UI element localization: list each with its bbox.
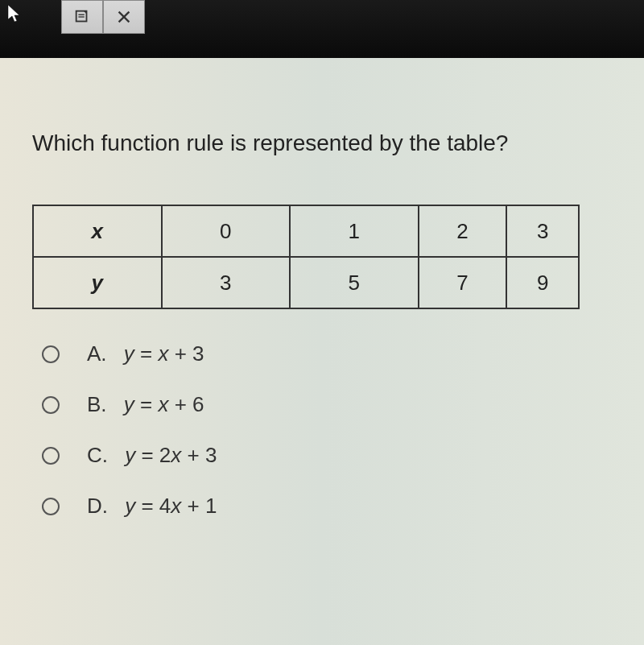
option-label: C. y = 2x + 3 [87, 443, 217, 468]
option-c[interactable]: C. y = 2x + 3 [32, 443, 612, 468]
radio-icon[interactable] [42, 498, 60, 515]
table-cell: 7 [419, 257, 507, 308]
option-label: B. y = x + 6 [87, 392, 204, 417]
option-a[interactable]: A. y = x + 3 [32, 341, 612, 366]
content-area: Which function rule is represented by th… [0, 58, 644, 645]
radio-icon[interactable] [42, 396, 60, 414]
note-button[interactable] [61, 0, 103, 34]
option-letter: C. [87, 443, 108, 467]
option-d[interactable]: D. y = 4x + 1 [32, 494, 612, 519]
table-cell: 2 [419, 205, 507, 257]
option-equation: y = x + 3 [124, 341, 204, 366]
table-row: y 3 5 7 9 [33, 257, 579, 308]
table-cell: 3 [506, 205, 579, 257]
option-letter: A. [87, 341, 107, 366]
option-b[interactable]: B. y = x + 6 [32, 392, 612, 417]
radio-icon[interactable] [42, 345, 60, 363]
option-equation: y = x + 6 [124, 392, 204, 416]
table-row: x 0 1 2 3 [33, 205, 579, 257]
top-bar [0, 0, 644, 58]
option-equation: y = 2x + 3 [125, 443, 217, 467]
question-text: Which function rule is represented by th… [32, 130, 612, 156]
radio-icon[interactable] [42, 447, 60, 465]
option-label: A. y = x + 3 [87, 341, 204, 366]
table-cell: 5 [290, 257, 419, 308]
table-cell: 3 [162, 257, 291, 308]
table-cell: 0 [162, 205, 291, 257]
close-button[interactable] [103, 0, 145, 34]
svg-rect-0 [76, 11, 87, 22]
table-header-x: x [33, 205, 162, 257]
data-table: x 0 1 2 3 y 3 5 7 9 [32, 205, 580, 309]
toolbar-buttons [61, 0, 145, 34]
option-letter: B. [87, 392, 107, 416]
option-letter: D. [87, 494, 108, 518]
table-cell: 9 [506, 257, 579, 308]
table-cell: 1 [290, 205, 419, 257]
options-list: A. y = x + 3 B. y = x + 6 C. y = 2x + 3 … [32, 341, 612, 519]
option-equation: y = 4x + 1 [125, 494, 217, 518]
cursor-icon [6, 3, 23, 24]
table-header-y: y [33, 257, 162, 308]
option-label: D. y = 4x + 1 [87, 494, 217, 519]
